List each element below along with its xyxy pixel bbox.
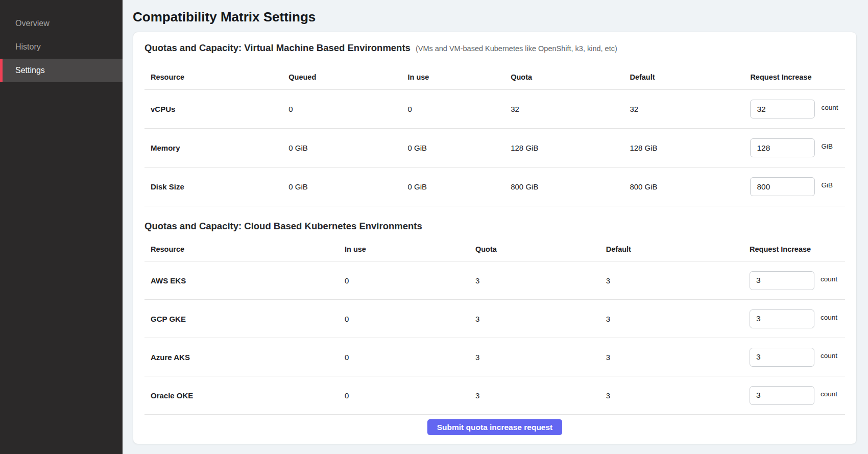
resource-name: GCP GKE bbox=[144, 300, 339, 338]
column-header-quota: Quota bbox=[469, 236, 600, 261]
column-header-resource: Resource bbox=[144, 61, 282, 90]
default-value: 32 bbox=[623, 90, 744, 129]
column-header-quota: Quota bbox=[504, 61, 623, 90]
sidebar-item-label: Overview bbox=[15, 19, 50, 28]
request-increase-input-vcpus[interactable] bbox=[750, 100, 815, 118]
column-header-default: Default bbox=[623, 61, 744, 90]
settings-card: Quotas and Capacity: Virtual Machine Bas… bbox=[133, 32, 857, 444]
submit-button-row: Submit quota increase request bbox=[144, 415, 845, 435]
in-use-value: 0 bbox=[339, 261, 469, 300]
unit-label: count bbox=[821, 275, 837, 283]
table-row-aws-eks: AWS EKS 0 3 3 count bbox=[144, 261, 845, 300]
page-title: Compatibility Matrix Settings bbox=[133, 9, 857, 25]
sidebar-item-settings[interactable]: Settings bbox=[0, 59, 123, 82]
sidebar-item-label: History bbox=[15, 42, 41, 52]
column-header-in-use: In use bbox=[339, 236, 469, 261]
column-header-queued: Queued bbox=[282, 61, 401, 90]
default-value: 128 GiB bbox=[623, 129, 744, 168]
unit-label: count bbox=[821, 390, 837, 398]
resource-name: Azure AKS bbox=[144, 338, 339, 376]
column-header-request-increase: Request Increase bbox=[743, 236, 845, 261]
vm-section-header: Quotas and Capacity: Virtual Machine Bas… bbox=[144, 42, 845, 54]
request-increase-input-oracle-oke[interactable] bbox=[750, 386, 814, 405]
in-use-value: 0 bbox=[339, 300, 469, 338]
in-use-value: 0 GiB bbox=[402, 129, 505, 168]
in-use-value: 0 bbox=[402, 90, 505, 129]
cloud-table-header-row: Resource In use Quota Default Request In… bbox=[144, 236, 845, 261]
vm-section-title: Quotas and Capacity: Virtual Machine Bas… bbox=[144, 42, 411, 54]
unit-label: GiB bbox=[821, 181, 833, 189]
quota-value: 3 bbox=[469, 376, 600, 415]
vm-quota-table: Resource Queued In use Quota Default Req… bbox=[144, 61, 845, 206]
request-increase-cell: count bbox=[750, 271, 839, 290]
in-use-value: 0 bbox=[339, 376, 469, 415]
in-use-value: 0 GiB bbox=[402, 168, 505, 206]
unit-label: count bbox=[821, 104, 838, 111]
default-value: 3 bbox=[600, 338, 743, 376]
table-row-oracle-oke: Oracle OKE 0 3 3 count bbox=[144, 376, 845, 415]
column-header-default: Default bbox=[600, 236, 743, 261]
default-value: 3 bbox=[600, 300, 743, 338]
request-increase-input-gcp-gke[interactable] bbox=[750, 309, 814, 328]
unit-label: count bbox=[821, 314, 837, 321]
request-increase-input-memory[interactable] bbox=[750, 138, 815, 157]
vm-table-header-row: Resource Queued In use Quota Default Req… bbox=[144, 61, 845, 90]
vm-section-note: (VMs and VM-based Kubernetes like OpenSh… bbox=[416, 44, 617, 53]
cloud-section-title: Quotas and Capacity: Cloud Based Kuberne… bbox=[144, 221, 422, 232]
main-content: Compatibility Matrix Settings Quotas and… bbox=[123, 0, 868, 444]
submit-quota-increase-button[interactable]: Submit quota increase request bbox=[427, 419, 563, 435]
request-increase-cell: GiB bbox=[750, 138, 839, 157]
sidebar: Overview History Settings bbox=[0, 0, 123, 454]
quota-value: 3 bbox=[469, 300, 600, 338]
sidebar-item-label: Settings bbox=[15, 66, 45, 75]
table-row-azure-aks: Azure AKS 0 3 3 count bbox=[144, 338, 845, 376]
cloud-quota-table: Resource In use Quota Default Request In… bbox=[144, 236, 845, 415]
column-header-resource: Resource bbox=[144, 236, 339, 261]
request-increase-cell: count bbox=[750, 100, 839, 118]
quota-value: 3 bbox=[469, 338, 600, 376]
quota-value: 3 bbox=[469, 261, 600, 300]
request-increase-cell: count bbox=[750, 309, 839, 328]
unit-label: count bbox=[821, 352, 837, 360]
resource-name: vCPUs bbox=[144, 90, 282, 129]
table-row-memory: Memory 0 GiB 0 GiB 128 GiB 128 GiB GiB bbox=[144, 129, 845, 168]
queued-value: 0 GiB bbox=[282, 129, 401, 168]
resource-name: Memory bbox=[144, 129, 282, 168]
column-header-request-increase: Request Increase bbox=[744, 61, 845, 90]
request-increase-input-disk-size[interactable] bbox=[750, 177, 815, 196]
resource-name: Oracle OKE bbox=[144, 376, 339, 415]
sidebar-item-history[interactable]: History bbox=[0, 35, 123, 59]
request-increase-input-azure-aks[interactable] bbox=[750, 348, 814, 367]
default-value: 3 bbox=[600, 261, 743, 300]
request-increase-cell: count bbox=[750, 386, 839, 405]
table-row-gcp-gke: GCP GKE 0 3 3 count bbox=[144, 300, 845, 338]
request-increase-input-aws-eks[interactable] bbox=[750, 271, 814, 290]
quota-value: 32 bbox=[504, 90, 623, 129]
resource-name: Disk Size bbox=[144, 168, 282, 206]
queued-value: 0 GiB bbox=[282, 168, 401, 206]
quota-value: 800 GiB bbox=[504, 168, 623, 206]
default-value: 800 GiB bbox=[623, 168, 744, 206]
resource-name: AWS EKS bbox=[144, 261, 339, 300]
queued-value: 0 bbox=[282, 90, 401, 129]
quota-value: 128 GiB bbox=[504, 129, 623, 168]
in-use-value: 0 bbox=[339, 338, 469, 376]
sidebar-item-overview[interactable]: Overview bbox=[0, 12, 123, 35]
cloud-section-header: Quotas and Capacity: Cloud Based Kuberne… bbox=[144, 221, 845, 232]
column-header-in-use: In use bbox=[402, 61, 505, 90]
table-row-disk-size: Disk Size 0 GiB 0 GiB 800 GiB 800 GiB Gi… bbox=[144, 168, 845, 206]
request-increase-cell: GiB bbox=[750, 177, 839, 196]
unit-label: GiB bbox=[821, 142, 833, 150]
request-increase-cell: count bbox=[750, 348, 839, 367]
default-value: 3 bbox=[600, 376, 743, 415]
table-row-vcpus: vCPUs 0 0 32 32 count bbox=[144, 90, 845, 129]
